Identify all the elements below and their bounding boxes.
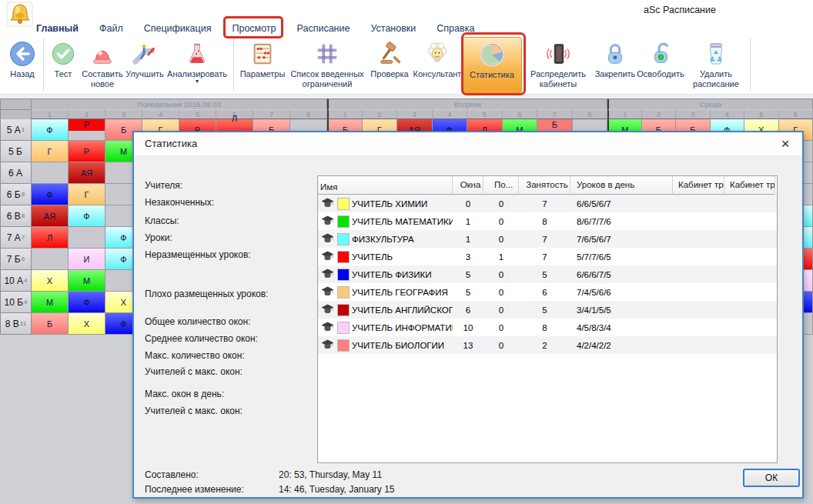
lesson-cell[interactable]: Р bbox=[69, 141, 105, 162]
col-header-room1[interactable]: Кабинет тре... bbox=[673, 176, 724, 195]
teacher-color-swatch bbox=[337, 233, 350, 245]
teacher-cap-icon bbox=[320, 321, 335, 334]
teacher-cap-icon bbox=[320, 197, 335, 210]
annotation-box-raspisanie bbox=[223, 16, 283, 38]
lesson-cell[interactable]: Ф bbox=[69, 292, 105, 313]
improve-button[interactable]: Улучшить bbox=[125, 37, 164, 94]
app-window: aSc Расписание Главный Файл Спецификация… bbox=[0, 0, 813, 504]
lesson-cell[interactable]: Б bbox=[32, 313, 69, 335]
table-row[interactable]: УЧИТЕЛЬ ФИЗИКИ 50 56/6/6/7/5 bbox=[318, 265, 777, 283]
teacher-cap-icon bbox=[320, 339, 335, 352]
back-button[interactable]: Назад bbox=[5, 37, 40, 94]
teacher-color-swatch bbox=[337, 322, 350, 334]
lesson-cell[interactable]: Ф bbox=[32, 184, 69, 205]
table-row[interactable]: УЧИТЕЛЬ 31 75/7/7/6/5 bbox=[318, 248, 777, 265]
day-wednesday: Среда bbox=[607, 98, 813, 109]
table-row[interactable]: ФИЗКУЛЬТУРА 10 77/6/5/6/7 bbox=[318, 230, 777, 248]
top-chrome: aSc Расписание Главный Файл Спецификация… bbox=[0, 0, 813, 94]
table-row[interactable]: УЧИТЕЛЬ ИНФОРМАТИКИ 100 84/5/8/3/4 bbox=[318, 319, 777, 336]
lesson-cell[interactable]: Р bbox=[69, 119, 105, 141]
trash-recycle-icon bbox=[703, 38, 729, 69]
created-line: Составлено:20: 53, Thursday, May 11 bbox=[145, 469, 199, 480]
col-header-busyness[interactable]: Занятость bbox=[519, 176, 570, 195]
class-label: 6 Б8 bbox=[0, 184, 32, 205]
parameters-button[interactable]: Параметры bbox=[237, 37, 288, 94]
lock-button[interactable]: Закрепить bbox=[594, 37, 636, 94]
menu-glavny[interactable]: Главный bbox=[36, 23, 79, 34]
lesson-cell[interactable]: Л bbox=[32, 227, 69, 249]
teacher-color-swatch bbox=[337, 215, 350, 228]
statistics-dialog: Статистика × Учителя:9 Незаконченных:5 К… bbox=[132, 131, 804, 499]
class-label: 6 В8 bbox=[0, 205, 32, 227]
modified-line: Последнее изменение:14: 46, Tuesday, Jan… bbox=[145, 484, 244, 495]
class-label: 7 Б6 bbox=[0, 249, 32, 270]
dialog-title: Статистика bbox=[145, 138, 197, 149]
lesson-cell[interactable] bbox=[32, 249, 69, 270]
generate-new-button[interactable]: Составить новое bbox=[79, 37, 125, 94]
flask-icon bbox=[184, 38, 210, 69]
table-row[interactable]: УЧИТЕЛЬ МАТЕМАТИКИ 10 88/6/7/7/6 bbox=[318, 212, 777, 230]
lesson-cell[interactable] bbox=[32, 162, 69, 184]
teacher-color-swatch bbox=[337, 198, 350, 210]
menu-ustanovki[interactable]: Установки bbox=[370, 23, 416, 34]
teacher-color-swatch bbox=[337, 304, 350, 316]
lesson-cell[interactable]: АЯ bbox=[69, 162, 105, 184]
toolbar-separator bbox=[233, 38, 234, 91]
distribute-rooms-button[interactable]: Распределить кабинеты bbox=[522, 37, 594, 94]
close-icon[interactable]: × bbox=[776, 135, 795, 153]
table-row[interactable]: УЧИТЕЛЬ БИОЛОГИИ 130 24/2/4/2/2 bbox=[318, 336, 777, 354]
siren-icon bbox=[89, 38, 115, 69]
ok-button[interactable]: ОК bbox=[743, 469, 800, 487]
table-row[interactable]: УЧИТЕЛЬ АНГЛИЙСКОГО 60 53/4/1/5/5 bbox=[318, 301, 777, 319]
class-label: 10 А4 bbox=[0, 270, 32, 292]
app-logo-bell-icon[interactable] bbox=[6, 2, 34, 28]
lesson-cell[interactable]: Х bbox=[69, 313, 105, 335]
class-label: 10 Б4 bbox=[0, 292, 32, 313]
col-header-po[interactable]: По... bbox=[483, 176, 519, 195]
annotation-box-statistika bbox=[461, 32, 526, 95]
lesson-cell[interactable]: Г bbox=[69, 184, 105, 205]
lesson-cell[interactable]: Г bbox=[32, 141, 69, 162]
lock-open-icon bbox=[647, 38, 674, 69]
escalator-icon bbox=[132, 38, 158, 69]
analyze-button[interactable]: Анализировать ▾ bbox=[164, 37, 230, 94]
lesson-cell[interactable]: АЯ bbox=[32, 205, 69, 227]
teacher-color-swatch bbox=[337, 339, 350, 352]
constraints-list-button[interactable]: Список введенных ограничений bbox=[288, 37, 366, 94]
menu-fail[interactable]: Файл bbox=[99, 23, 123, 34]
lesson-cell[interactable] bbox=[69, 227, 105, 249]
col-header-lessons-per-day[interactable]: Уроков в день bbox=[570, 176, 673, 195]
menu-specifikacia[interactable]: Спецификация bbox=[144, 23, 212, 34]
col-header-room2[interactable]: Кабинет тре... bbox=[724, 176, 775, 195]
toolbar-separator bbox=[750, 38, 751, 91]
table-row[interactable]: УЧИТЕЛЬ ГЕОГРАФИЯ 50 67/4/5/6/6 bbox=[318, 283, 777, 301]
teacher-cap-icon bbox=[320, 250, 335, 263]
table-row[interactable]: УЧИТЕЛЬ ХИМИИ 00 76/6/5/6/7 bbox=[318, 195, 777, 212]
grid-day-header: Понедельник 2018.09.03 Вторник Среда bbox=[0, 98, 813, 109]
col-header-windows[interactable]: Окна bbox=[453, 176, 483, 195]
toolbar-separator bbox=[43, 38, 44, 91]
dialog-titlebar[interactable]: Статистика × bbox=[134, 132, 802, 155]
teacher-stats-table: Имя Окна По... Занятость Уроков в день К… bbox=[317, 175, 778, 463]
test-check-icon bbox=[50, 38, 76, 69]
lesson-cell[interactable]: Ф bbox=[69, 205, 105, 227]
col-header-name[interactable]: Имя bbox=[318, 176, 453, 195]
menu-raspisanie[interactable]: Расписание bbox=[297, 23, 350, 34]
day-tuesday: Вторник bbox=[327, 98, 607, 109]
grid-period-header: 1 2 3 4 5 6 7 8 1 2 3 4 5 6 7 8 1 2 3 4 … bbox=[0, 109, 813, 119]
lesson-cell[interactable]: Ф bbox=[32, 119, 69, 141]
lesson-cell[interactable]: М bbox=[69, 270, 105, 292]
consultant-button[interactable]: Консультант bbox=[413, 37, 462, 94]
gavel-icon bbox=[376, 38, 403, 69]
lock-closed-icon bbox=[602, 38, 628, 69]
test-button[interactable]: Тест bbox=[47, 37, 79, 94]
abacus-icon bbox=[249, 38, 276, 69]
unlock-button[interactable]: Освободить bbox=[636, 37, 685, 94]
class-label: 5 А1 bbox=[0, 119, 32, 141]
check-button[interactable]: Проверка bbox=[366, 37, 413, 94]
teacher-color-swatch bbox=[337, 286, 350, 299]
lesson-cell[interactable]: М bbox=[32, 292, 69, 313]
delete-schedule-button[interactable]: Удалить расписание bbox=[685, 37, 747, 94]
lesson-cell[interactable]: И bbox=[69, 249, 105, 270]
lesson-cell[interactable]: Х bbox=[32, 270, 69, 292]
